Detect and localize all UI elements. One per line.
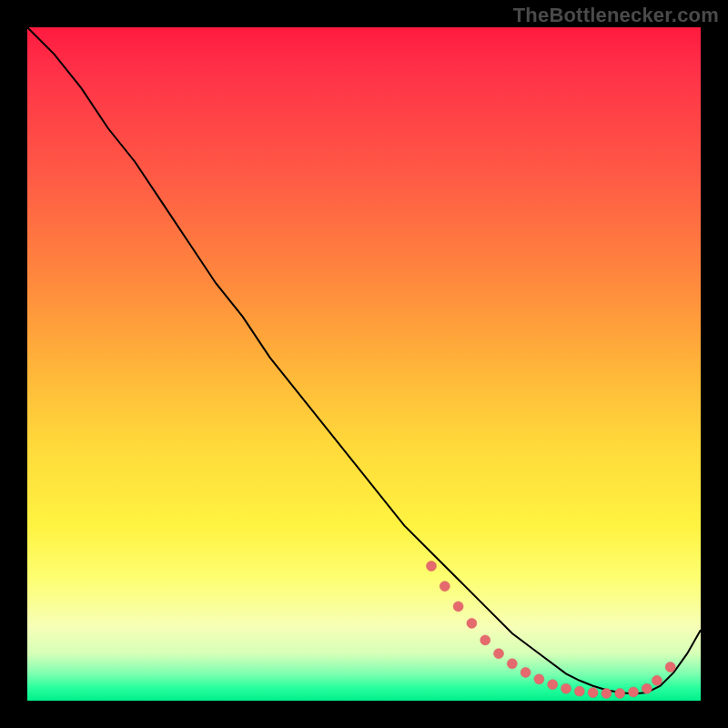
marker-dot	[427, 561, 437, 571]
marker-dot	[561, 683, 571, 693]
marker-dot	[507, 659, 517, 669]
marker-dot	[588, 688, 598, 698]
marker-dot	[548, 680, 558, 690]
marker-dot	[480, 635, 490, 645]
watermark-text: TheBottlenecker.com	[513, 4, 719, 27]
marker-dot	[602, 688, 612, 698]
marker-dot	[665, 662, 675, 672]
plot-area	[27, 27, 701, 701]
marker-dot	[629, 687, 639, 697]
marker-dot	[521, 667, 531, 677]
bottleneck-curve	[27, 27, 701, 694]
marker-dot	[440, 581, 450, 592]
chart-stage: TheBottlenecker.com	[0, 0, 728, 728]
marker-dot	[615, 688, 625, 698]
marker-dot	[652, 675, 662, 685]
marker-group	[427, 561, 676, 699]
marker-dot	[467, 618, 477, 628]
marker-dot	[453, 602, 463, 612]
marker-dot	[494, 649, 504, 659]
marker-dot	[574, 686, 584, 696]
chart-svg	[27, 27, 701, 701]
marker-dot	[642, 683, 652, 693]
marker-dot	[534, 674, 544, 684]
